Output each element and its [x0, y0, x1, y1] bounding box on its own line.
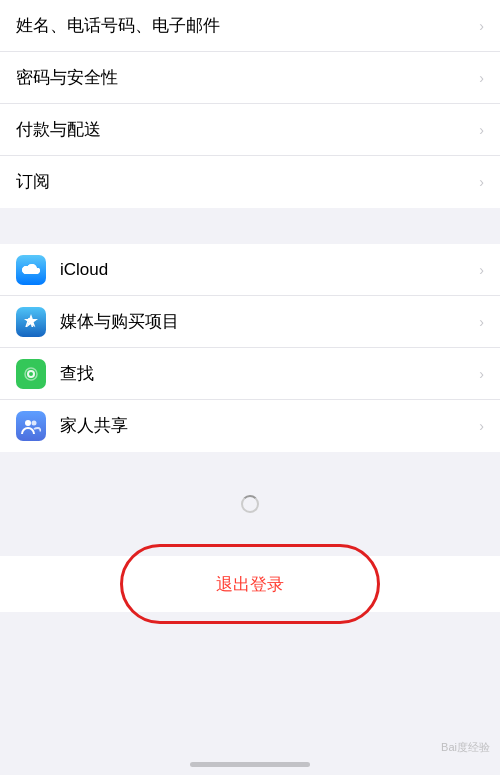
logout-label: 退出登录 — [216, 573, 284, 596]
svg-text:A: A — [25, 316, 34, 330]
find-icon — [16, 359, 46, 389]
chevron-icon-1: › — [479, 18, 484, 34]
media-purchases-label: 媒体与购买项目 — [60, 310, 471, 334]
find-row[interactable]: 查找 › — [0, 348, 500, 400]
subscription-label: 订阅 — [16, 170, 471, 194]
name-phone-email-row[interactable]: 姓名、电话号码、电子邮件 › — [0, 0, 500, 52]
payment-delivery-row[interactable]: 付款与配送 › — [0, 104, 500, 156]
account-info-group: 姓名、电话号码、电子邮件 › 密码与安全性 › 付款与配送 › 订阅 › — [0, 0, 500, 208]
home-indicator — [190, 762, 310, 767]
icloud-row[interactable]: iCloud › — [0, 244, 500, 296]
chevron-icon-3: › — [479, 122, 484, 138]
chevron-icon-8: › — [479, 418, 484, 434]
logout-row[interactable]: 退出登录 — [0, 556, 500, 612]
appstore-icon: A — [16, 307, 46, 337]
family-sharing-row[interactable]: 家人共享 › — [0, 400, 500, 452]
family-icon — [16, 411, 46, 441]
chevron-icon-5: › — [479, 262, 484, 278]
svg-point-4 — [25, 420, 31, 426]
media-purchases-row[interactable]: A 媒体与购买项目 › — [0, 296, 500, 348]
chevron-icon-7: › — [479, 366, 484, 382]
watermark: Bai度经验 — [441, 740, 490, 755]
chevron-icon-4: › — [479, 174, 484, 190]
family-sharing-label: 家人共享 — [60, 414, 471, 438]
loading-spinner — [241, 495, 259, 513]
name-phone-email-label: 姓名、电话号码、电子邮件 — [16, 14, 471, 38]
group-separator-2 — [0, 452, 500, 488]
chevron-icon-6: › — [479, 314, 484, 330]
icloud-label: iCloud — [60, 258, 471, 282]
password-security-row[interactable]: 密码与安全性 › — [0, 52, 500, 104]
svg-point-2 — [29, 372, 33, 376]
subscription-row[interactable]: 订阅 › — [0, 156, 500, 208]
find-label: 查找 — [60, 362, 471, 386]
group-separator-1 — [0, 208, 500, 244]
icloud-icon — [16, 255, 46, 285]
services-group: iCloud › A 媒体与购买项目 › — [0, 244, 500, 452]
payment-delivery-label: 付款与配送 — [16, 118, 471, 142]
svg-point-5 — [32, 421, 37, 426]
password-security-label: 密码与安全性 — [16, 66, 471, 90]
loading-spinner-area — [0, 488, 500, 520]
chevron-icon-2: › — [479, 70, 484, 86]
logout-section: 退出登录 — [0, 556, 500, 612]
